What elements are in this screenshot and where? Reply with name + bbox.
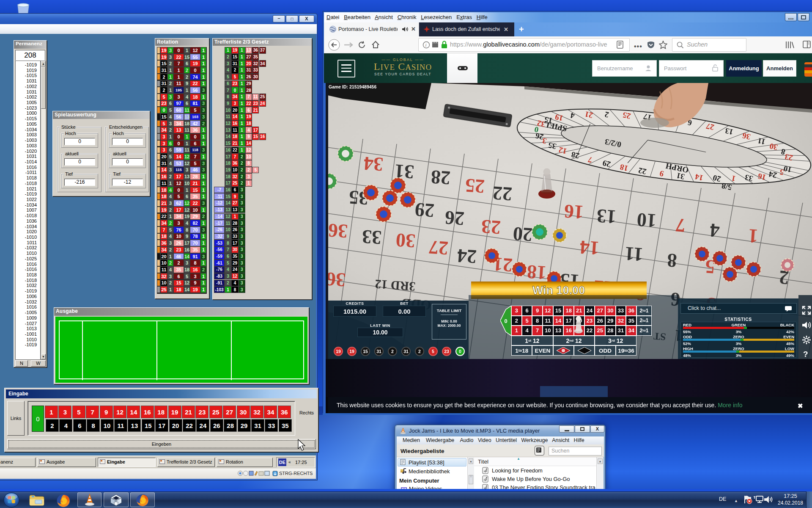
svg-text:7: 7 xyxy=(675,214,686,236)
svg-text:33: 33 xyxy=(361,226,382,248)
svg-text:27: 27 xyxy=(428,236,449,259)
svg-text:25: 25 xyxy=(464,174,485,197)
svg-text:11: 11 xyxy=(624,243,644,266)
svg-text:Game ID: 21519489456: Game ID: 21519489456 xyxy=(329,84,376,89)
svg-text:36: 36 xyxy=(326,268,346,291)
svg-text:20: 20 xyxy=(512,223,533,246)
svg-text:24: 24 xyxy=(456,245,477,268)
svg-text:14: 14 xyxy=(579,236,600,259)
svg-text:22: 22 xyxy=(492,182,513,205)
svg-text:0: 0 xyxy=(504,318,507,324)
svg-text:28: 28 xyxy=(430,166,451,189)
svg-text:16: 16 xyxy=(563,200,584,223)
svg-text:10: 10 xyxy=(636,209,657,232)
svg-text:8: 8 xyxy=(667,249,678,271)
svg-text:4: 4 xyxy=(709,219,721,241)
svg-text:36: 36 xyxy=(327,219,348,242)
svg-text:3​RD 12: 3​RD 12 xyxy=(374,277,416,294)
svg-text:29: 29 xyxy=(414,199,435,221)
svg-text:23: 23 xyxy=(480,215,501,238)
svg-text:26: 26 xyxy=(444,207,465,229)
svg-text:34: 34 xyxy=(363,152,384,175)
svg-text:i: i xyxy=(425,42,427,47)
svg-text:30: 30 xyxy=(395,229,416,252)
svg-text:13: 13 xyxy=(596,205,617,228)
svg-text:18: 18 xyxy=(526,261,547,284)
svg-text:1: 1 xyxy=(748,225,759,247)
